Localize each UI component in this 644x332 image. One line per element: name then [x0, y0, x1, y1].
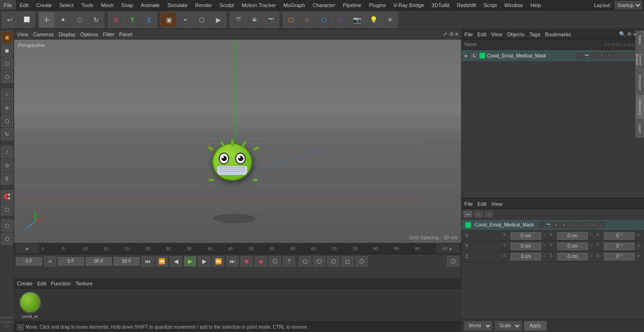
- attr-flag-5[interactable]: ⬡: [583, 222, 590, 228]
- menu-plugins[interactable]: Plugins: [365, 0, 389, 10]
- om-bookmarks-menu[interactable]: Bookmarks: [545, 32, 571, 37]
- scale-select[interactable]: Scale Size: [495, 321, 521, 331]
- ghosting-button[interactable]: ◻: [341, 256, 354, 267]
- move-btn[interactable]: ✛: [1, 102, 13, 114]
- mat-texture-menu[interactable]: Texture: [75, 281, 92, 286]
- texture-btn[interactable]: ⬡: [1, 57, 13, 70]
- menu-vray[interactable]: V-Ray Bridge: [390, 0, 428, 10]
- frame-step-back-button[interactable]: ⊲: [44, 256, 56, 267]
- sky-button[interactable]: ☀: [382, 12, 398, 28]
- size-x-input[interactable]: [557, 232, 588, 240]
- z-axis-button[interactable]: Z: [141, 12, 157, 28]
- flag-dot[interactable]: ·: [576, 52, 583, 59]
- polygon-mode-button[interactable]: ▶: [210, 12, 226, 28]
- menu-motion-tracker[interactable]: Motion Tracker: [238, 0, 280, 10]
- attr-mode-1[interactable]: --: [463, 211, 472, 218]
- attr-selected-object-row[interactable]: Covid_Emoji_Medical_Mask · 📷 ≡ ≡ ⬡ ↑ ⬡ ⬡…: [462, 219, 644, 231]
- menu-mograph[interactable]: MoGraph: [280, 0, 309, 10]
- tab-takes[interactable]: Takes: [636, 31, 644, 49]
- menu-select[interactable]: Select: [56, 0, 78, 10]
- menu-script[interactable]: Script: [480, 0, 501, 10]
- rotate-btn[interactable]: ↻: [1, 128, 13, 140]
- vp-display-menu[interactable]: Display: [58, 32, 75, 37]
- 3d-model-covid[interactable]: [212, 143, 259, 190]
- menu-tools[interactable]: Tools: [77, 0, 97, 10]
- menu-sculpt[interactable]: Sculpt: [216, 0, 238, 10]
- menu-animate[interactable]: Animate: [137, 0, 164, 10]
- morphs-button[interactable]: ⬡: [327, 256, 339, 267]
- nurbs-button[interactable]: ⬡: [316, 12, 332, 28]
- extra-btn-1[interactable]: ⬡: [1, 219, 13, 232]
- menu-simulate[interactable]: Simulate: [164, 0, 191, 10]
- undo-button[interactable]: ↩: [2, 12, 18, 28]
- am-edit-menu[interactable]: Edit: [478, 201, 487, 207]
- frame-end-input-2[interactable]: [114, 257, 140, 266]
- vp-view-menu[interactable]: View: [17, 32, 28, 37]
- uv-btn[interactable]: ◼: [1, 44, 13, 57]
- object-mode-button[interactable]: ▣: [161, 12, 177, 28]
- motion-path-button[interactable]: ⬡: [299, 256, 311, 267]
- step-forward-button[interactable]: ⏩: [212, 256, 224, 267]
- go-to-end-button[interactable]: ⏭: [226, 256, 239, 267]
- frame-back-button[interactable]: ◀: [170, 256, 182, 267]
- om-search-icon[interactable]: 🔍: [619, 31, 626, 37]
- om-file-menu[interactable]: File: [464, 32, 473, 37]
- mat-function-menu[interactable]: Function: [51, 281, 71, 286]
- render-active-button[interactable]: 📽: [247, 12, 263, 28]
- select-tool-button[interactable]: ✛: [39, 12, 55, 28]
- mat-edit-menu[interactable]: Edit: [37, 281, 46, 286]
- model-mode-btn[interactable]: ▣: [1, 31, 13, 43]
- pos-z-input[interactable]: [511, 253, 541, 260]
- render-region-button[interactable]: 🎬: [230, 12, 246, 28]
- frame-end-input-1[interactable]: [86, 257, 112, 266]
- attr-mode-3[interactable]: --: [485, 211, 494, 218]
- tab-content-browser[interactable]: ContentBrowser: [636, 49, 644, 70]
- attr-mode-2[interactable]: --: [474, 211, 483, 218]
- pos-y-input[interactable]: [511, 243, 541, 250]
- menu-render[interactable]: Render: [191, 0, 216, 10]
- rotate-tool-button[interactable]: ↻: [88, 12, 104, 28]
- expand-icon[interactable]: ▶: [463, 53, 469, 58]
- flag-check2[interactable]: ≡: [599, 52, 605, 59]
- menu-file[interactable]: File: [0, 0, 16, 10]
- flag-check1[interactable]: ✓: [591, 52, 598, 59]
- cube-button[interactable]: ⬡: [283, 12, 299, 28]
- extra-btn-2[interactable]: ⬡: [1, 233, 13, 245]
- attr-flag-7[interactable]: |: [598, 222, 605, 228]
- timeline-help-button[interactable]: ?: [283, 256, 295, 267]
- vp-panel-menu[interactable]: Panel: [119, 32, 132, 37]
- vp-lock-icon[interactable]: ⊙: [449, 31, 454, 37]
- om-objects-menu[interactable]: Objects: [507, 32, 524, 37]
- light-button[interactable]: 💡: [365, 12, 381, 28]
- menu-3dtoall[interactable]: 3DToAll: [428, 0, 453, 10]
- layer-btn[interactable]: ⬡: [1, 71, 13, 83]
- timeline-mode-button[interactable]: ⬡: [355, 256, 368, 267]
- viewport[interactable]: View Cameras Display Options Filter Pane…: [14, 29, 461, 243]
- attr-flag-cam[interactable]: 📷: [545, 222, 552, 228]
- menu-pipeline[interactable]: Pipeline: [339, 0, 365, 10]
- vp-settings-icon[interactable]: ≡: [455, 31, 458, 37]
- pos-x-input[interactable]: [511, 232, 541, 240]
- rot-y-input[interactable]: [604, 243, 635, 250]
- sphere-button[interactable]: ○: [299, 12, 315, 28]
- mat-create-menu[interactable]: Create: [17, 281, 33, 286]
- flag-camera[interactable]: 📷: [584, 52, 590, 59]
- vp-maximize-icon[interactable]: ⤢: [443, 31, 447, 37]
- menu-redshift[interactable]: Redshift: [453, 0, 479, 10]
- camera-button[interactable]: 📷: [349, 12, 365, 28]
- vp-cameras-menu[interactable]: Cameras: [33, 32, 54, 37]
- pen-btn[interactable]: S: [1, 172, 13, 185]
- menu-edit[interactable]: Edit: [16, 0, 33, 10]
- point-mode-button[interactable]: •: [177, 12, 193, 28]
- frame-start-input[interactable]: [16, 257, 42, 266]
- attr-flag-2[interactable]: ≡: [561, 222, 567, 228]
- render-to-pic-button[interactable]: 📷: [263, 12, 279, 28]
- om-tags-menu[interactable]: Tags: [529, 32, 540, 37]
- om-edit-menu[interactable]: Edit: [478, 32, 487, 37]
- tab-attributes[interactable]: Attributes: [636, 95, 644, 119]
- auto-keyframe-button[interactable]: ⬡: [269, 256, 281, 267]
- menu-window[interactable]: Window: [501, 0, 527, 10]
- scale-btn[interactable]: ⬡: [1, 115, 13, 127]
- tab-structure[interactable]: Structure: [636, 71, 644, 94]
- go-to-start-button[interactable]: ⏮: [141, 256, 154, 267]
